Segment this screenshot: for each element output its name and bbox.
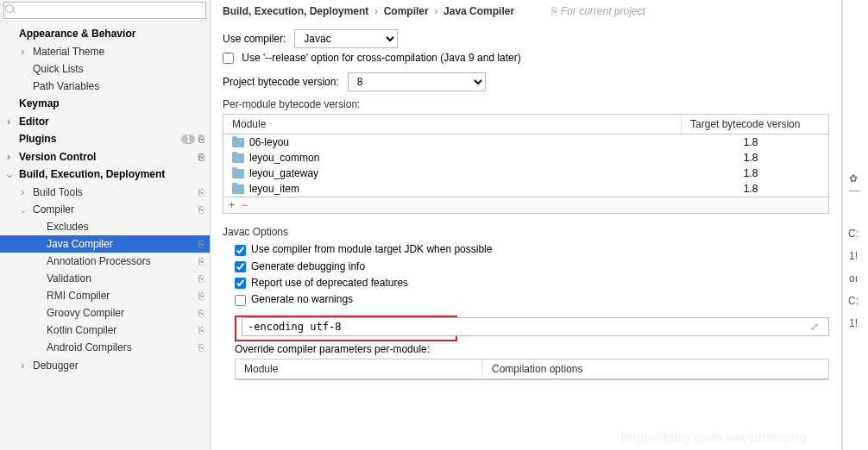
sidebar-item-label: Java Compiler xyxy=(47,238,198,250)
search-box[interactable] xyxy=(0,0,210,22)
gutter-glyph: oı xyxy=(848,267,859,290)
project-scope-icon: ⎘ xyxy=(198,273,204,284)
sidebar-item-validation[interactable]: Validation⎘ xyxy=(0,270,210,287)
module-name: 06-leyou xyxy=(249,136,289,148)
sidebar-item-label: Version Control xyxy=(19,151,198,163)
sidebar-item-label: Build, Execution, Deployment xyxy=(19,168,206,180)
project-scope-icon: ⎘ xyxy=(198,152,204,162)
bytecode-select[interactable]: 8 xyxy=(348,72,486,91)
gutter-glyph: C: xyxy=(848,290,859,312)
sidebar-item-android-compilers[interactable]: Android Compilers⎘ xyxy=(0,339,210,356)
sidebar-item-excludes[interactable]: Excludes xyxy=(0,218,210,235)
sidebar-item-label: Plugins xyxy=(19,133,181,145)
sidebar-item-label: Excludes xyxy=(47,221,206,233)
gutter-glyph: C: xyxy=(848,222,859,245)
sidebar-item-label: Path Variables xyxy=(33,80,206,92)
table-row[interactable]: leyou_gateway1.8 xyxy=(223,166,828,181)
sidebar-item-label: Groovy Compiler xyxy=(47,307,198,319)
target-version[interactable]: 1.8 xyxy=(682,152,820,164)
chevron-icon xyxy=(21,205,33,215)
main-panel: Build, Execution, Deployment › Compiler … xyxy=(211,0,842,450)
sidebar-item-editor[interactable]: Editor xyxy=(0,112,210,130)
cmd-params-input[interactable] xyxy=(242,317,829,336)
settings-sidebar: Appearance & BehaviorMaterial ThemeQuick… xyxy=(0,0,211,450)
opt-module-target[interactable]: Use compiler from module target JDK when… xyxy=(235,243,492,255)
sidebar-item-java-compiler[interactable]: Java Compiler⎘ xyxy=(0,235,210,253)
table-row[interactable]: leyou_item1.8 xyxy=(223,181,828,197)
table-row[interactable]: 06-leyou1.8 xyxy=(223,134,828,150)
sidebar-item-label: Kotlin Compiler xyxy=(47,324,198,336)
override-table: Module Compilation options xyxy=(235,359,829,380)
right-gutter: ✿ — C:1!oıC:1! xyxy=(842,0,868,450)
target-version[interactable]: 1.8 xyxy=(682,183,820,195)
sidebar-item-label: Quick Lists xyxy=(33,63,206,75)
project-scope-icon: ⎘ xyxy=(198,325,204,335)
project-scope-icon: ⎘ xyxy=(198,204,204,215)
add-module-button[interactable]: + xyxy=(229,199,235,211)
chevron-icon xyxy=(21,359,33,372)
opt-nowarn[interactable]: Generate no warnings xyxy=(235,293,353,305)
sidebar-item-label: Keymap xyxy=(19,97,206,109)
release-checkbox[interactable] xyxy=(223,53,234,64)
sidebar-item-debugger[interactable]: Debugger xyxy=(0,356,210,374)
sidebar-item-compiler[interactable]: Compiler⎘ xyxy=(0,201,210,218)
sidebar-item-label: Editor xyxy=(19,116,206,128)
sidebar-item-material-theme[interactable]: Material Theme xyxy=(0,42,210,60)
sidebar-item-build-execution-deployment[interactable]: Build, Execution, Deployment xyxy=(0,166,210,183)
sidebar-item-label: Validation xyxy=(47,272,198,284)
sidebar-item-version-control[interactable]: Version Control⎘ xyxy=(0,147,210,166)
project-scope-icon: ⎘ xyxy=(198,187,204,197)
folder-icon xyxy=(232,153,244,163)
sidebar-item-label: Appearance & Behavior xyxy=(19,28,206,40)
folder-icon xyxy=(232,169,244,178)
sidebar-item-label: Annotation Processors xyxy=(47,255,198,267)
sidebar-item-keymap[interactable]: Keymap xyxy=(0,95,210,112)
folder-icon xyxy=(232,138,244,147)
sidebar-item-build-tools[interactable]: Build Tools⎘ xyxy=(0,183,210,201)
opt-debug-info[interactable]: Generate debugging info xyxy=(235,260,365,272)
use-compiler-label: Use compiler: xyxy=(223,33,286,45)
sidebar-item-path-variables[interactable]: Path Variables xyxy=(0,78,210,95)
sidebar-item-quick-lists[interactable]: Quick Lists xyxy=(0,60,210,78)
target-version[interactable]: 1.8 xyxy=(682,167,820,179)
permodule-label: Per-module bytecode version: xyxy=(223,98,829,110)
project-scope-icon: ⎘ xyxy=(198,256,204,266)
col-module-2[interactable]: Module xyxy=(236,359,483,378)
folder-icon xyxy=(232,184,244,194)
module-name: leyou_item xyxy=(249,183,299,195)
release-option[interactable]: Use '--release' option for cross-compila… xyxy=(223,52,521,64)
sidebar-item-plugins[interactable]: Plugins1⎘ xyxy=(0,130,210,147)
col-options[interactable]: Compilation options xyxy=(483,359,828,378)
sidebar-item-groovy-compiler[interactable]: Groovy Compiler⎘ xyxy=(0,304,210,322)
sidebar-item-label: Material Theme xyxy=(33,46,206,58)
col-target[interactable]: Target bytecode version xyxy=(682,115,828,134)
sidebar-item-label: Build Tools xyxy=(33,186,198,198)
sidebar-item-rmi-compiler[interactable]: RMI Compiler⎘ xyxy=(0,287,210,304)
sidebar-item-label: RMI Compiler xyxy=(47,290,198,302)
gear-icon[interactable]: ✿ — xyxy=(849,172,868,197)
sidebar-item-kotlin-compiler[interactable]: Kotlin Compiler⎘ xyxy=(0,322,210,339)
sidebar-item-annotation-processors[interactable]: Annotation Processors⎘ xyxy=(0,253,210,270)
use-compiler-select[interactable]: Javac xyxy=(294,29,398,48)
sidebar-item-label: Debugger xyxy=(33,359,206,372)
opt-deprecated[interactable]: Report use of deprecated features xyxy=(235,277,408,289)
project-scope-icon: ⎘ xyxy=(198,308,204,318)
override-label: Override compiler parameters per-module: xyxy=(235,343,829,355)
chevron-icon xyxy=(7,115,19,128)
settings-tree: Appearance & BehaviorMaterial ThemeQuick… xyxy=(0,22,210,378)
watermark: https://blog.csdn.net/promsing xyxy=(621,430,807,445)
remove-module-button[interactable]: − xyxy=(242,199,248,211)
chevron-icon xyxy=(21,45,33,58)
col-module[interactable]: Module xyxy=(223,115,682,134)
sidebar-item-label: Android Compilers xyxy=(47,341,198,353)
chevron-icon xyxy=(21,185,33,198)
target-version[interactable]: 1.8 xyxy=(682,136,820,148)
sidebar-item-appearance-behavior[interactable]: Appearance & Behavior xyxy=(0,25,210,42)
badge: 1 xyxy=(181,134,195,144)
breadcrumb: Build, Execution, Deployment › Compiler … xyxy=(223,0,829,26)
search-input[interactable] xyxy=(3,2,206,19)
table-row[interactable]: leyou_common1.8 xyxy=(223,150,828,166)
project-scope-icon: ⎘ xyxy=(198,239,204,249)
javac-options-title: Javac Options xyxy=(223,226,829,238)
module-name: leyou_common xyxy=(249,152,319,164)
